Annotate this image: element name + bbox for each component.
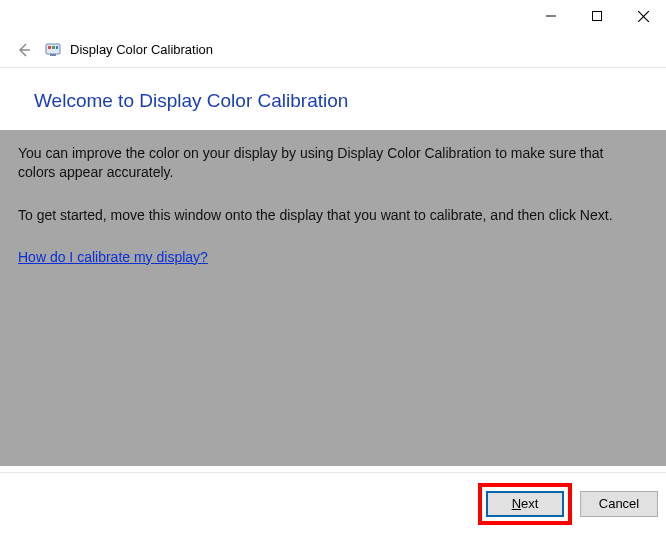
footer: Next Cancel xyxy=(0,472,666,534)
maximize-button[interactable] xyxy=(574,0,620,32)
window-title: Display Color Calibration xyxy=(70,42,213,57)
next-button-highlight: Next xyxy=(478,483,572,525)
page-heading: Welcome to Display Color Calibration xyxy=(34,90,632,112)
minimize-button[interactable] xyxy=(528,0,574,32)
titlebar xyxy=(0,0,666,32)
intro-paragraph-1: You can improve the color on your displa… xyxy=(18,144,638,182)
svg-rect-6 xyxy=(48,46,51,49)
heading-section: Welcome to Display Color Calibration xyxy=(0,68,666,130)
header: Display Color Calibration xyxy=(0,32,666,68)
next-button-mnemonic: N xyxy=(512,496,521,511)
svg-rect-1 xyxy=(593,12,602,21)
intro-paragraph-2: To get started, move this window onto th… xyxy=(18,206,638,225)
svg-rect-8 xyxy=(56,46,58,49)
next-button-rest: ext xyxy=(521,496,538,511)
cancel-button[interactable]: Cancel xyxy=(580,491,658,517)
svg-rect-9 xyxy=(50,54,56,56)
help-link[interactable]: How do I calibrate my display? xyxy=(18,249,208,265)
svg-rect-7 xyxy=(52,46,55,49)
content-area: You can improve the color on your displa… xyxy=(0,130,666,466)
back-button[interactable] xyxy=(10,36,38,64)
close-button[interactable] xyxy=(620,0,666,32)
app-icon xyxy=(44,41,62,59)
next-button[interactable]: Next xyxy=(486,491,564,517)
